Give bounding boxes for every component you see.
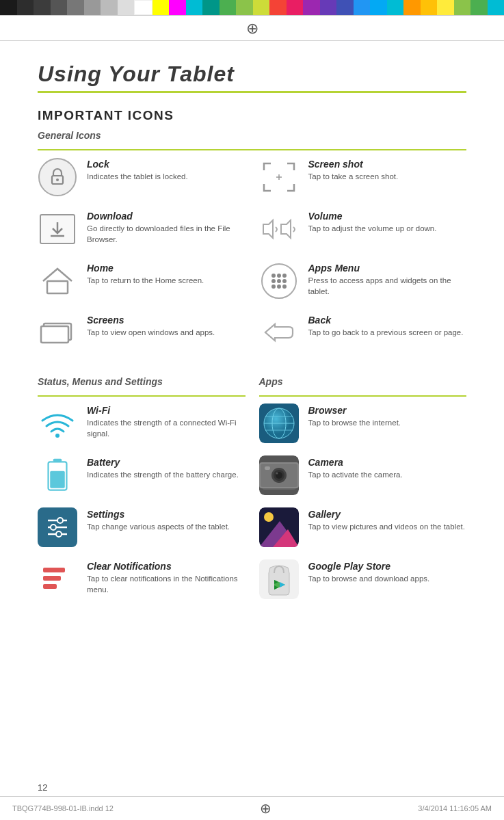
list-item: Volume Tap to adjust the volume up or do… <box>259 209 467 249</box>
browser-icon <box>259 404 299 443</box>
status-menus-settings-section: Status, Menus and Settings Wi-Fi Indicat… <box>38 376 252 611</box>
svg-point-53 <box>264 512 274 522</box>
list-item: Gallery Tap to view pictures and videos … <box>259 507 467 547</box>
bottom-sections: Status, Menus and Settings Wi-Fi Indicat… <box>38 376 466 611</box>
camera-icon <box>259 455 299 495</box>
general-icons-right: Screen shot Tap to take a screen shot. <box>252 157 467 365</box>
back-icon <box>259 313 299 353</box>
volume-icon <box>259 209 299 249</box>
clear-notifications-text: Clear Notifications Tap to clear notific… <box>87 559 246 595</box>
apps-green-line <box>259 395 467 397</box>
settings-icon <box>38 507 77 547</box>
svg-point-16 <box>271 279 276 283</box>
svg-point-13 <box>271 274 276 278</box>
svg-point-31 <box>56 531 62 537</box>
svg-point-1 <box>56 178 59 181</box>
svg-point-15 <box>282 274 287 278</box>
screens-text: Screens Tap to view open windows and app… <box>87 313 246 338</box>
browser-text: Browser Tap to browse the internet. <box>308 404 467 428</box>
lock-icon <box>38 157 77 197</box>
footer: TBQG774B-998-01-IB.indd 12 ⊕ 3/4/2014 11… <box>0 796 504 820</box>
battery-icon <box>38 455 77 495</box>
camera-text: Camera Tap to activate the camera. <box>308 455 467 480</box>
home-text: Home Tap to return to the Home screen. <box>87 261 246 286</box>
back-text: Back Tap to go back to a previous screen… <box>308 313 467 338</box>
svg-rect-4 <box>47 281 68 293</box>
screenshot-text: Screen shot Tap to take a screen shot. <box>308 157 467 182</box>
page-number: 12 <box>38 782 47 793</box>
list-item: Lock Indicates the tablet is locked. <box>38 157 246 197</box>
list-item: Google Play Store Tap to browse and down… <box>259 559 467 599</box>
apps-menu-icon <box>259 261 299 301</box>
list-item: Back Tap to go back to a previous screen… <box>259 313 467 353</box>
svg-point-21 <box>282 285 287 289</box>
svg-marker-11 <box>263 220 273 238</box>
general-icons-left: Lock Indicates the tablet is locked. <box>38 157 252 365</box>
footer-crosshair: ⊕ <box>260 800 271 817</box>
settings-text: Settings Tap change various aspects of t… <box>87 507 246 532</box>
list-item: Battery Indicates the strength of the ba… <box>38 455 246 495</box>
play-store-icon <box>259 559 299 599</box>
svg-rect-49 <box>265 466 270 470</box>
svg-rect-25 <box>50 471 65 488</box>
gallery-text: Gallery Tap to view pictures and videos … <box>308 507 467 532</box>
list-item: Browser Tap to browse the internet. <box>259 404 467 443</box>
svg-point-19 <box>271 285 276 289</box>
footer-right: 3/4/2014 11:16:05 AM <box>418 804 492 812</box>
wifi-text: Wi-Fi Indicates the strength of a connec… <box>87 404 246 439</box>
general-icons-grid: Lock Indicates the tablet is locked. <box>38 157 466 365</box>
svg-rect-33 <box>43 576 61 581</box>
svg-point-17 <box>277 279 281 283</box>
svg-point-30 <box>51 525 56 530</box>
gallery-icon <box>259 507 299 547</box>
color-bar <box>0 0 504 15</box>
volume-text: Volume Tap to adjust the volume up or do… <box>308 209 467 234</box>
svg-point-29 <box>57 518 63 523</box>
screens-icon <box>38 313 77 353</box>
list-item: Home Tap to return to the Home screen. <box>38 261 246 301</box>
screenshot-icon <box>259 157 299 197</box>
section-title-important-icons: IMPORTANT ICONS <box>38 108 466 123</box>
wifi-icon <box>38 404 77 443</box>
apps-menu-text: Apps Menu Press to access apps and widge… <box>308 261 467 297</box>
subsection-general-icons: General Icons <box>38 130 466 141</box>
play-store-text: Google Play Store Tap to browse and down… <box>308 559 467 584</box>
battery-text: Battery Indicates the strength of the ba… <box>87 455 246 480</box>
svg-marker-12 <box>281 220 291 238</box>
clear-notifications-icon <box>38 559 77 599</box>
list-item: Settings Tap change various aspects of t… <box>38 507 246 547</box>
apps-section-label: Apps <box>259 376 467 387</box>
crosshair-symbol: ⊕ <box>0 15 504 41</box>
lock-text: Lock Indicates the tablet is locked. <box>87 157 246 182</box>
svg-rect-32 <box>43 568 65 572</box>
svg-point-18 <box>282 279 287 283</box>
home-icon <box>38 261 77 301</box>
status-section-label: Status, Menus and Settings <box>38 376 246 387</box>
list-item: Wi-Fi Indicates the strength of a connec… <box>38 404 246 443</box>
svg-point-14 <box>277 274 281 278</box>
list-item: Screens Tap to view open windows and app… <box>38 313 246 353</box>
svg-rect-34 <box>43 584 57 589</box>
apps-section: Apps <box>252 376 467 611</box>
download-icon <box>38 209 77 249</box>
status-green-line <box>38 395 246 397</box>
svg-point-20 <box>277 285 281 289</box>
download-text: Download Go directly to downloaded files… <box>87 209 246 245</box>
list-item: Clear Notifications Tap to clear notific… <box>38 559 246 599</box>
footer-left: TBQG774B-998-01-IB.indd 12 <box>12 804 114 812</box>
list-item: Camera Tap to activate the camera. <box>259 455 467 495</box>
svg-rect-7 <box>41 326 68 343</box>
list-item: Download Go directly to downloaded files… <box>38 209 246 249</box>
svg-point-48 <box>276 473 278 475</box>
green-divider <box>38 149 466 150</box>
svg-point-22 <box>55 434 59 438</box>
list-item: Screen shot Tap to take a screen shot. <box>259 157 467 197</box>
page-title: Using Your Tablet <box>38 62 466 93</box>
list-item: Apps Menu Press to access apps and widge… <box>259 261 467 301</box>
